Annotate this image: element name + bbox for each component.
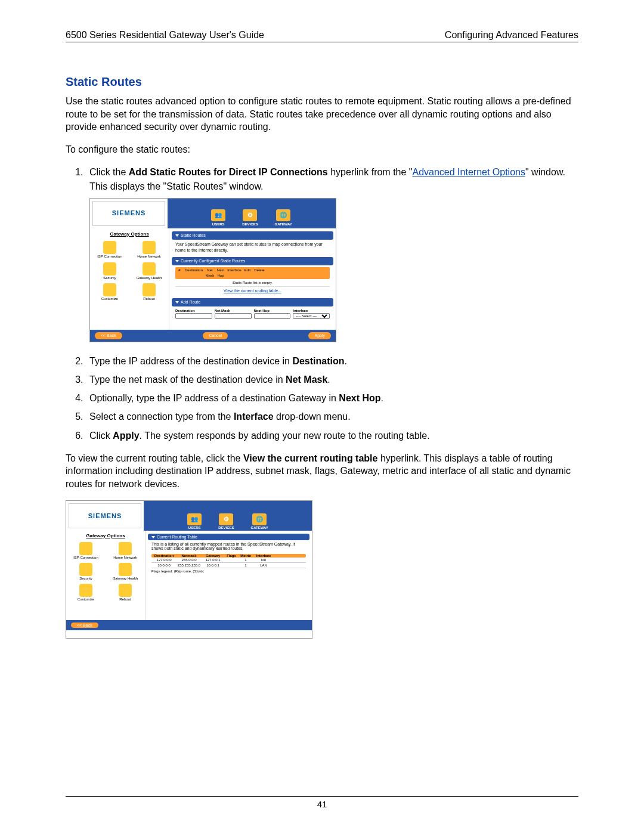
view-routing-table-link[interactable]: View the current routing table... bbox=[175, 288, 330, 294]
panel-routing-table: Current Routing Table bbox=[148, 534, 309, 540]
step-6: Click Apply. The system responds by addi… bbox=[86, 429, 578, 442]
panel-add-route: Add Route bbox=[172, 298, 333, 306]
label-destination: Destination bbox=[175, 308, 212, 314]
reboot-icon bbox=[143, 283, 156, 296]
users-icon: 👥 bbox=[211, 209, 225, 221]
view-table-paragraph: To view the current routing table, click… bbox=[66, 452, 578, 491]
sidebar-item-isp[interactable]: ISP Connection bbox=[67, 542, 104, 559]
table-row: 10.0.0.0 255.255.255.0 10.0.0.1 1 LAN bbox=[151, 563, 306, 568]
header-rule bbox=[66, 42, 578, 42]
nav-users[interactable]: 👥USERS bbox=[187, 513, 202, 529]
table-row: 127.0.0.0 255.0.0.0 127.0.0.1 1 lo0 bbox=[151, 558, 306, 563]
steps-list: Click the Add Static Routes for Direct I… bbox=[66, 165, 578, 442]
step-4: Optionally, type the IP address of a des… bbox=[86, 391, 578, 405]
sidebar-item-customize[interactable]: Customize bbox=[91, 283, 128, 301]
logo: SIEMENS bbox=[69, 503, 141, 528]
top-nav: 👥USERS ⚙DEVICES 🌐GATEWAY bbox=[168, 199, 336, 228]
back-button[interactable]: << Back bbox=[95, 332, 122, 339]
netmask-input[interactable] bbox=[215, 313, 252, 319]
sidebar-item-customize[interactable]: Customize bbox=[67, 584, 104, 601]
destination-input[interactable] bbox=[175, 313, 212, 319]
panel2-body: # Destination Net Mask Next Hop Interfac… bbox=[172, 265, 333, 296]
routing-table: Destination Netmask Gateway Flags Metric… bbox=[148, 552, 309, 575]
routes-empty-row: Static Route list is empty. bbox=[175, 279, 330, 287]
add-route-labels: Destination Net Mask Next Hop Interface bbox=[175, 308, 330, 314]
nav-devices[interactable]: ⚙DEVICES bbox=[218, 513, 234, 529]
back-button[interactable]: << Back bbox=[71, 623, 98, 628]
bottom-bar: << Back Cancel Apply bbox=[90, 330, 336, 342]
reboot-icon bbox=[119, 584, 132, 597]
to-configure-text: To configure the static routes: bbox=[66, 143, 578, 156]
sidebar-item-health[interactable]: Gateway Health bbox=[131, 262, 168, 280]
label-netmask: Net Mask bbox=[215, 308, 252, 314]
routing-desc: This is a listing of all currently mappe… bbox=[148, 540, 309, 552]
sidebar-item-isp[interactable]: ISP Connection bbox=[91, 241, 128, 258]
security-icon bbox=[79, 563, 92, 576]
screenshot-static-routes: SIEMENS 👥USERS ⚙DEVICES 🌐GATEWAY Gateway… bbox=[89, 198, 336, 342]
sidebar-item-reboot[interactable]: Reboot bbox=[131, 283, 168, 301]
header-right: Configuring Advanced Features bbox=[445, 30, 578, 41]
flags-legend: Flags legend: (R)ip route, (S)tatic bbox=[151, 569, 306, 573]
page-header: 6500 Series Residential Gateway User's G… bbox=[66, 30, 578, 41]
panel-static-routes: Static Routes bbox=[172, 231, 333, 240]
gateway-icon: 🌐 bbox=[276, 209, 290, 221]
step-5: Select a connection type from the Interf… bbox=[86, 410, 578, 423]
sidebar: Gateway Options ISP Connection Home Netw… bbox=[90, 228, 169, 330]
nav-gateway[interactable]: 🌐GATEWAY bbox=[251, 513, 268, 529]
panel-configured-routes: Currently Configured Static Routes bbox=[172, 257, 333, 265]
customize-icon bbox=[103, 283, 116, 296]
sidebar-item-security[interactable]: Security bbox=[67, 563, 104, 580]
isp-icon bbox=[79, 542, 92, 555]
apply-button[interactable]: Apply bbox=[308, 332, 331, 339]
label-nexthop: Next Hop bbox=[254, 308, 291, 314]
screenshot-routing-table: SIEMENS 👥USERS ⚙DEVICES 🌐GATEWAY Gateway… bbox=[66, 500, 312, 639]
nav-gateway[interactable]: 🌐GATEWAY bbox=[275, 209, 292, 227]
header-left: 6500 Series Residential Gateway User's G… bbox=[66, 30, 264, 41]
page-footer: 41 bbox=[66, 796, 578, 809]
users-icon: 👥 bbox=[187, 513, 202, 525]
health-icon bbox=[143, 262, 156, 275]
document-page: 6500 Series Residential Gateway User's G… bbox=[0, 0, 644, 833]
top-nav: 👥USERS ⚙DEVICES 🌐GATEWAY bbox=[144, 501, 312, 531]
label-interface: Interface bbox=[293, 308, 330, 314]
nexthop-input[interactable] bbox=[254, 313, 291, 319]
isp-icon bbox=[103, 241, 116, 254]
sidebar-title: Gateway Options bbox=[67, 533, 144, 538]
gateway-icon: 🌐 bbox=[252, 513, 267, 525]
logo: SIEMENS bbox=[92, 201, 165, 226]
customize-icon bbox=[79, 584, 92, 597]
sidebar-item-home[interactable]: Home Network bbox=[131, 241, 168, 258]
security-icon bbox=[103, 262, 116, 275]
advanced-internet-options-link[interactable]: Advanced Internet Options bbox=[413, 167, 525, 177]
cancel-button[interactable]: Cancel bbox=[203, 332, 228, 339]
bottom-bar: << Back bbox=[66, 620, 312, 630]
sidebar-title: Gateway Options bbox=[91, 231, 168, 238]
section-title: Static Routes bbox=[66, 75, 578, 89]
panel1-body: Your SpeedStream Gateway can set static … bbox=[172, 240, 333, 255]
page-number: 41 bbox=[317, 799, 327, 809]
content-area: Current Routing Table This is a listing … bbox=[145, 531, 312, 620]
home-icon bbox=[143, 241, 156, 254]
sidebar: Gateway Options ISP Connection Home Netw… bbox=[66, 531, 145, 620]
panel3-body: Destination Net Mask Next Hop Interface … bbox=[172, 306, 333, 321]
home-icon bbox=[119, 542, 132, 555]
content-area: Static Routes Your SpeedStream Gateway c… bbox=[169, 228, 336, 330]
add-route-inputs: ---- Select ---- bbox=[175, 313, 330, 319]
nav-users[interactable]: 👥USERS bbox=[211, 209, 225, 227]
sidebar-item-home[interactable]: Home Network bbox=[107, 542, 144, 559]
sidebar-item-reboot[interactable]: Reboot bbox=[107, 584, 144, 601]
routes-table-header: # Destination Net Mask Next Hop Interfac… bbox=[175, 267, 330, 278]
health-icon bbox=[119, 563, 132, 576]
intro-paragraph: Use the static routes advanced option to… bbox=[66, 95, 578, 134]
sidebar-item-security[interactable]: Security bbox=[91, 262, 128, 280]
devices-icon: ⚙ bbox=[219, 513, 233, 525]
step-1: Click the Add Static Routes for Direct I… bbox=[86, 165, 578, 342]
step-3: Type the net mask of the destination dev… bbox=[86, 373, 578, 386]
sidebar-item-health[interactable]: Gateway Health bbox=[107, 563, 144, 580]
nav-devices[interactable]: ⚙DEVICES bbox=[242, 209, 258, 227]
devices-icon: ⚙ bbox=[243, 209, 257, 221]
interface-select[interactable]: ---- Select ---- bbox=[293, 313, 330, 319]
step-2: Type the IP address of the destination d… bbox=[86, 354, 578, 368]
